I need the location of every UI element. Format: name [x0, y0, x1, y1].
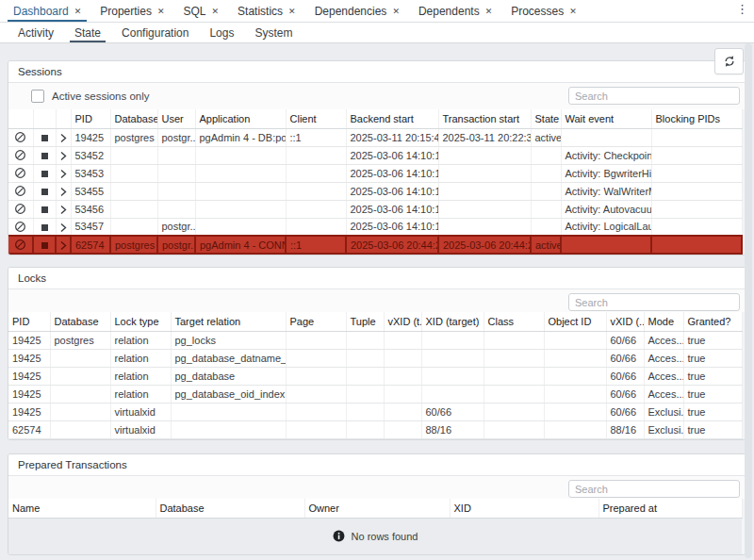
column-header[interactable]: vXID (... — [606, 312, 644, 331]
terminate-session-button[interactable] — [33, 236, 56, 254]
vertical-scrollbar[interactable] — [745, 43, 752, 558]
column-header[interactable]: Name — [8, 499, 156, 518]
table-row[interactable]: 19425relationpg_database_oid_index60/66A… — [8, 385, 742, 403]
close-icon[interactable]: ✕ — [392, 7, 400, 16]
cancel-session-button[interactable] — [8, 146, 33, 164]
column-header[interactable]: Transaction start — [438, 109, 531, 128]
column-header[interactable]: Tuple — [346, 312, 384, 331]
column-header[interactable]: Application — [195, 109, 286, 128]
subtab-state[interactable]: State — [64, 23, 111, 42]
tab-dependents[interactable]: Dependents✕ — [409, 0, 501, 22]
column-header[interactable]: Lock type — [110, 312, 171, 331]
subtab-configuration[interactable]: Configuration — [111, 23, 199, 42]
active-sessions-only-toggle[interactable]: Active sessions only — [31, 90, 150, 103]
cell — [421, 349, 484, 367]
column-header[interactable]: Client — [286, 109, 346, 128]
tab-dependencies[interactable]: Dependencies✕ — [305, 0, 409, 22]
column-header[interactable]: PID — [71, 109, 110, 128]
locks-search-input[interactable] — [568, 293, 740, 311]
column-header[interactable]: Page — [286, 312, 346, 331]
cell — [384, 385, 421, 403]
close-icon[interactable]: ✕ — [569, 7, 577, 16]
cell — [50, 403, 110, 420]
kebab-menu-icon[interactable]: ⋮ — [736, 2, 748, 16]
column-header[interactable]: XID (target) — [421, 312, 484, 331]
terminate-session-button[interactable] — [33, 164, 56, 182]
table-row[interactable]: 62574virtualxid88/1688/16Exclusi...true — [8, 420, 742, 438]
column-header[interactable]: Blocking PIDs — [651, 109, 742, 128]
cell — [421, 367, 484, 385]
terminate-session-button[interactable] — [33, 128, 56, 146]
checkbox-icon[interactable] — [31, 90, 44, 103]
column-header[interactable]: Backend start — [346, 109, 438, 128]
cancel-session-button[interactable] — [8, 236, 33, 254]
terminate-session-button[interactable] — [33, 218, 56, 236]
expand-row-button[interactable] — [56, 146, 71, 164]
tab-statistics[interactable]: Statistics✕ — [228, 0, 305, 22]
column-header[interactable]: Prepared at — [598, 499, 742, 518]
close-icon[interactable]: ✕ — [74, 7, 82, 16]
table-row[interactable]: 19425relationpg_database60/66Acces...tru… — [8, 367, 742, 385]
tab-processes[interactable]: Processes✕ — [501, 0, 586, 22]
expand-row-button[interactable] — [56, 200, 71, 218]
refresh-button[interactable] — [714, 48, 744, 74]
cancel-session-button[interactable] — [8, 182, 33, 200]
cell — [171, 420, 286, 438]
table-row[interactable]: 19425relationpg_database_datname_ind...6… — [8, 349, 742, 367]
column-header[interactable]: Owner — [304, 499, 450, 518]
cell: relation — [110, 367, 171, 385]
expand-row-button[interactable] — [56, 164, 71, 182]
column-header[interactable]: Wait event — [561, 109, 651, 128]
close-icon[interactable]: ✕ — [212, 7, 220, 16]
table-row[interactable]: 534552025-03-06 14:10:11 ...Activity: Wa… — [8, 182, 742, 200]
cancel-session-button[interactable] — [8, 128, 33, 146]
expand-row-button[interactable] — [56, 236, 71, 254]
table-row[interactable]: 62574postgrespostgr...pgAdmin 4 - CONN:6… — [8, 236, 742, 254]
prepared-search-input[interactable] — [568, 480, 740, 498]
cell — [438, 182, 531, 200]
tab-dashboard[interactable]: Dashboard✕ — [4, 0, 90, 22]
table-row[interactable]: 534532025-03-06 14:10:11 ...Activity: Bg… — [8, 164, 742, 182]
column-header[interactable]: Object ID — [544, 312, 606, 331]
column-header[interactable]: PID — [8, 312, 50, 331]
column-header[interactable]: Mode — [644, 312, 683, 331]
subtab-system[interactable]: System — [244, 23, 303, 42]
expand-row-button[interactable] — [56, 182, 71, 200]
column-header[interactable]: Granted? — [683, 312, 742, 331]
close-icon[interactable]: ✕ — [485, 7, 493, 16]
table-row[interactable]: 19425postgrespostgr...pgAdmin 4 - DB:pos… — [8, 128, 742, 146]
column-header[interactable]: Class — [484, 312, 544, 331]
subtab-activity[interactable]: Activity — [8, 23, 64, 42]
column-header[interactable]: XID — [450, 499, 598, 518]
column-header[interactable]: vXID (t... — [384, 312, 421, 331]
cell — [110, 200, 157, 218]
close-icon[interactable]: ✕ — [157, 7, 165, 16]
expand-row-button[interactable] — [56, 128, 71, 146]
terminate-session-button[interactable] — [33, 146, 56, 164]
table-row[interactable]: 19425postgresrelationpg_locks60/66Acces.… — [8, 331, 742, 349]
terminate-session-button[interactable] — [33, 200, 56, 218]
column-header[interactable]: Database — [50, 312, 110, 331]
cancel-session-button[interactable] — [8, 164, 33, 182]
cancel-session-button[interactable] — [8, 200, 33, 218]
table-row[interactable]: 53457postgr...2025-03-06 14:10:11 ...Act… — [8, 218, 742, 236]
column-header[interactable]: Target relation — [171, 312, 286, 331]
table-row[interactable]: 534522025-03-06 14:10:11 ...Activity: Ch… — [8, 146, 742, 164]
cell — [531, 182, 561, 200]
column-header[interactable]: Database — [156, 499, 304, 518]
column-header[interactable]: User — [157, 109, 195, 128]
sessions-search-input[interactable] — [568, 87, 740, 105]
close-icon[interactable]: ✕ — [288, 7, 296, 16]
terminate-session-button[interactable] — [33, 182, 56, 200]
expand-row-button[interactable] — [56, 218, 71, 236]
column-header[interactable]: State — [531, 109, 561, 128]
cancel-session-button[interactable] — [8, 218, 33, 236]
subtab-logs[interactable]: Logs — [199, 23, 244, 42]
tab-bar: Dashboard✕Properties✕SQL✕Statistics✕Depe… — [0, 0, 754, 23]
tab-properties[interactable]: Properties✕ — [90, 0, 173, 22]
column-header[interactable]: Database — [110, 109, 157, 128]
cell: 2025-03-11 20:22:36 ... — [438, 128, 531, 146]
tab-sql[interactable]: SQL✕ — [174, 0, 229, 22]
table-row[interactable]: 19425virtualxid60/6660/66Exclusi...true — [8, 403, 742, 420]
table-row[interactable]: 534562025-03-06 14:10:11 ...Activity: Au… — [8, 200, 742, 218]
